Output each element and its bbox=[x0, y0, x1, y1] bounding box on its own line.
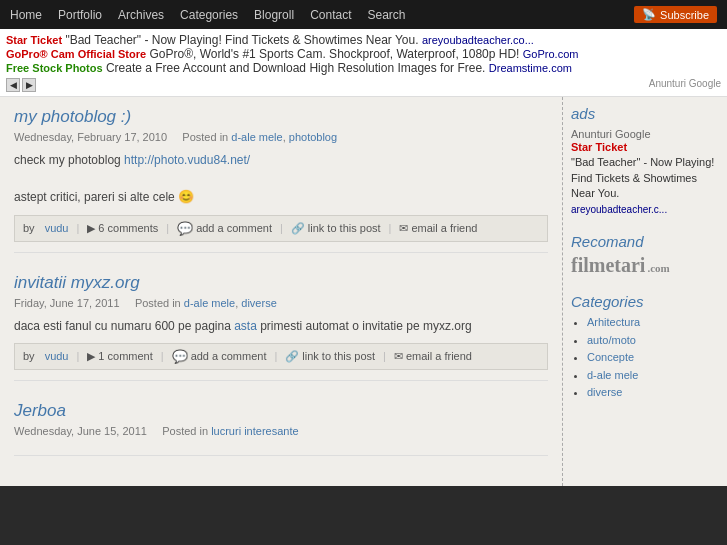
post-1-author[interactable]: vudu bbox=[45, 222, 69, 234]
category-2-link[interactable]: auto/moto bbox=[587, 334, 636, 346]
post-1-cat-1[interactable]: d-ale mele bbox=[231, 131, 282, 143]
post-1-date: Wednesday, February 17, 2010 bbox=[14, 131, 167, 143]
post-2-footer: by vudu | ▶ 1 comment | 💬 add a comment … bbox=[14, 343, 548, 370]
subscribe-button[interactable]: 📡 Subscribe bbox=[634, 6, 717, 23]
post-1-footer: by vudu | ▶ 6 comments | 💬 add a comment… bbox=[14, 215, 548, 242]
post-2-cat-1[interactable]: d-ale mele bbox=[184, 297, 235, 309]
rss-icon: 📡 bbox=[642, 8, 656, 21]
nav-portfolio[interactable]: Portfolio bbox=[58, 8, 102, 22]
ad-controls: ◀ ▶ bbox=[6, 78, 36, 92]
post-2-by: by bbox=[23, 350, 35, 362]
ad2-url[interactable]: GoPro.com bbox=[523, 48, 579, 60]
ad-next-button[interactable]: ▶ bbox=[22, 78, 36, 92]
post-2-body-extra: primesti automat o invitatie pe myxz.org bbox=[257, 319, 472, 333]
sidebar-ad-title[interactable]: Star Ticket bbox=[571, 141, 627, 153]
nav-search[interactable]: Search bbox=[367, 8, 405, 22]
ad3-title[interactable]: Free Stock Photos bbox=[6, 62, 103, 74]
ad-line-1: Star Ticket "Bad Teacher" - Now Playing!… bbox=[6, 33, 721, 47]
sidebar: ads Anunturi Google Star Ticket "Bad Tea… bbox=[562, 97, 727, 486]
post-1-meta: Wednesday, February 17, 2010 Posted in d… bbox=[14, 131, 548, 143]
post-2-posted-in: Posted in bbox=[135, 297, 181, 309]
post-2-body-text: daca esti fanul cu numaru 600 pe pagina bbox=[14, 319, 234, 333]
ad-line-3: Free Stock Photos Create a Free Account … bbox=[6, 61, 721, 75]
nav-home[interactable]: Home bbox=[10, 8, 42, 22]
sidebar-ad-text: "Bad Teacher" - Now Playing! Find Ticket… bbox=[571, 155, 719, 201]
post-1-by: by bbox=[23, 222, 35, 234]
filmetari-colored: tari bbox=[614, 254, 645, 276]
nav-blogroll[interactable]: Blogroll bbox=[254, 8, 294, 22]
sidebar-google-label: Anunturi Google bbox=[571, 128, 719, 140]
ad1-url[interactable]: areyoubadteacher.co... bbox=[422, 34, 534, 46]
categories-list: Arhitectura auto/moto Concepte d-ale mel… bbox=[571, 314, 719, 402]
post-2-email[interactable]: ✉ email a friend bbox=[394, 350, 472, 363]
post-1-email[interactable]: ✉ email a friend bbox=[399, 222, 477, 235]
ad3-text: Create a Free Account and Download High … bbox=[106, 61, 486, 75]
category-5-link[interactable]: diverse bbox=[587, 386, 622, 398]
ad-prev-button[interactable]: ◀ bbox=[6, 78, 20, 92]
category-4-link[interactable]: d-ale mele bbox=[587, 369, 638, 381]
sidebar-ad-link[interactable]: areyoubadteacher.c... bbox=[571, 204, 667, 215]
post-3: Jerboa Wednesday, June 15, 2011 Posted i… bbox=[14, 401, 548, 456]
smiley-icon: 😊 bbox=[178, 189, 194, 204]
main-wrapper: my photoblog :) Wednesday, February 17, … bbox=[0, 97, 727, 486]
post-2-add-comment[interactable]: 💬 add a comment bbox=[172, 349, 267, 364]
post-1-comments[interactable]: ▶ 6 comments bbox=[87, 222, 158, 235]
ad1-title[interactable]: Star Ticket bbox=[6, 34, 62, 46]
ad1-text: "Bad Teacher" - Now Playing! Find Ticket… bbox=[65, 33, 418, 47]
play-icon-2: ▶ bbox=[87, 350, 95, 363]
ad3-url[interactable]: Dreamstime.com bbox=[489, 62, 572, 74]
post-1-body-text: check my photoblog bbox=[14, 153, 124, 167]
post-3-cat-1[interactable]: lucruri interesante bbox=[211, 425, 298, 437]
sidebar-recomand-section: Recomand filmetari.com bbox=[571, 233, 719, 277]
category-4[interactable]: d-ale mele bbox=[587, 367, 719, 385]
post-1-link[interactable]: 🔗 link to this post bbox=[291, 222, 381, 235]
link-icon: 🔗 bbox=[291, 222, 305, 235]
top-navigation: Home Portfolio Archives Categories Blogr… bbox=[0, 0, 727, 29]
category-1[interactable]: Arhitectura bbox=[587, 314, 719, 332]
post-1-title[interactable]: my photoblog :) bbox=[14, 107, 548, 127]
nav-archives[interactable]: Archives bbox=[118, 8, 164, 22]
post-2-date: Friday, June 17, 2011 bbox=[14, 297, 120, 309]
post-1-body: check my photoblog http://photo.vudu84.n… bbox=[14, 151, 548, 207]
post-2-title[interactable]: invitatii myxz.org bbox=[14, 273, 548, 293]
category-1-link[interactable]: Arhitectura bbox=[587, 316, 640, 328]
ad-banner: Star Ticket "Bad Teacher" - Now Playing!… bbox=[0, 29, 727, 97]
ad2-text: GoPro®, World's #1 Sports Cam. Shockproo… bbox=[149, 47, 519, 61]
post-2-meta: Friday, June 17, 2011 Posted in d-ale me… bbox=[14, 297, 548, 309]
category-3-link[interactable]: Concepte bbox=[587, 351, 634, 363]
filmetari-text: filme bbox=[571, 254, 614, 276]
category-5[interactable]: diverse bbox=[587, 384, 719, 402]
sidebar-recomand-title: Recomand bbox=[571, 233, 719, 250]
content-area: my photoblog :) Wednesday, February 17, … bbox=[0, 97, 562, 486]
post-1-body-link[interactable]: http://photo.vudu84.net/ bbox=[124, 153, 250, 167]
post-2-body-link[interactable]: asta bbox=[234, 319, 257, 333]
post-1-cat-2[interactable]: photoblog bbox=[289, 131, 337, 143]
sidebar-ads-section: ads Anunturi Google Star Ticket "Bad Tea… bbox=[571, 105, 719, 217]
play-icon: ▶ bbox=[87, 222, 95, 235]
nav-contact[interactable]: Contact bbox=[310, 8, 351, 22]
category-2[interactable]: auto/moto bbox=[587, 332, 719, 350]
sidebar-ad-block: Star Ticket "Bad Teacher" - Now Playing!… bbox=[571, 140, 719, 217]
post-2-author[interactable]: vudu bbox=[45, 350, 69, 362]
ad-line-2: GoPro® Cam Official Store GoPro®, World'… bbox=[6, 47, 721, 61]
category-3[interactable]: Concepte bbox=[587, 349, 719, 367]
nav-categories[interactable]: Categories bbox=[180, 8, 238, 22]
post-1-add-comment[interactable]: 💬 add a comment bbox=[177, 221, 272, 236]
sidebar-ads-title: ads bbox=[571, 105, 719, 122]
post-2: invitatii myxz.org Friday, June 17, 2011… bbox=[14, 273, 548, 381]
post-2-comments[interactable]: ▶ 1 comment bbox=[87, 350, 152, 363]
comment-icon: 💬 bbox=[177, 221, 193, 236]
comment-icon-2: 💬 bbox=[172, 349, 188, 364]
post-1: my photoblog :) Wednesday, February 17, … bbox=[14, 107, 548, 253]
filmetari-tld: .com bbox=[647, 262, 669, 274]
post-3-date: Wednesday, June 15, 2011 bbox=[14, 425, 147, 437]
ad2-title[interactable]: GoPro® Cam Official Store bbox=[6, 48, 146, 60]
post-2-body: daca esti fanul cu numaru 600 pe pagina … bbox=[14, 317, 548, 335]
post-3-meta: Wednesday, June 15, 2011 Posted in lucru… bbox=[14, 425, 548, 437]
post-2-cat-2[interactable]: diverse bbox=[241, 297, 276, 309]
post-1-posted-in: Posted in bbox=[182, 131, 228, 143]
filmetari-logo[interactable]: filmetari.com bbox=[571, 254, 719, 277]
sidebar-categories-section: Categories Arhitectura auto/moto Concept… bbox=[571, 293, 719, 402]
post-3-title[interactable]: Jerboa bbox=[14, 401, 548, 421]
post-2-link[interactable]: 🔗 link to this post bbox=[285, 350, 375, 363]
